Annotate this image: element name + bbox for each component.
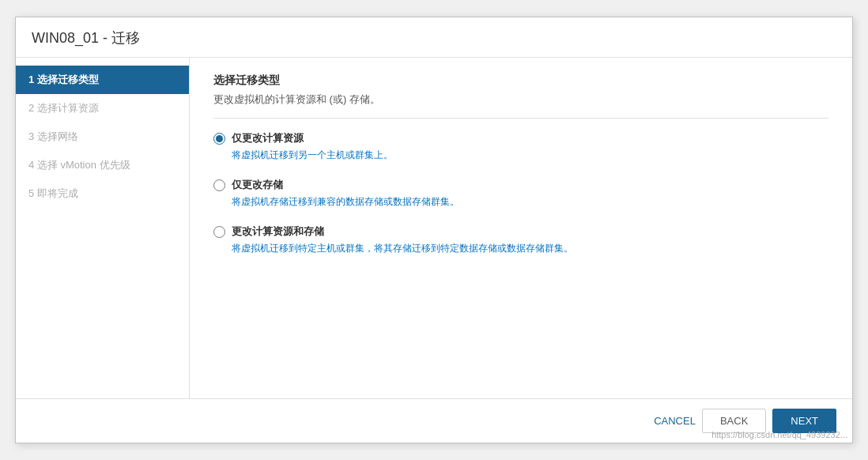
migration-type-radio-group: 仅更改计算资源 将虚拟机迁移到另一个主机或群集上。 仅更改存储 将虚拟机存储迁移… — [213, 131, 828, 255]
radio-both[interactable] — [213, 226, 225, 238]
section-desc: 更改虚拟机的计算资源和 (或) 存储。 — [213, 92, 828, 119]
radio-both-hint: 将虚拟机迁移到特定主机或群集，将其存储迁移到特定数据存储或数据存储群集。 — [232, 242, 828, 255]
radio-storage-only[interactable] — [213, 179, 225, 191]
sidebar-item-step4: 4 选择 vMotion 优先级 — [16, 151, 189, 179]
watermark: https://blog.csdn.net/qq_4939232... — [711, 430, 847, 439]
radio-compute-only-label: 仅更改计算资源 — [232, 131, 304, 145]
dialog-title: WIN08_01 - 迁移 — [16, 17, 852, 58]
radio-storage-only-hint: 将虚拟机存储迁移到兼容的数据存储或数据存储群集。 — [232, 195, 828, 209]
section-title: 选择迁移类型 — [213, 74, 828, 88]
radio-item-storage-only: 仅更改存储 将虚拟机存储迁移到兼容的数据存储或数据存储群集。 — [213, 178, 828, 209]
sidebar-item-step5: 5 即将完成 — [16, 179, 189, 208]
sidebar-item-step1[interactable]: 1 选择迁移类型 — [16, 66, 189, 94]
sidebar-item-step2: 2 选择计算资源 — [16, 94, 189, 123]
migration-dialog: WIN08_01 - 迁移 1 选择迁移类型 2 选择计算资源 3 选择网络 4… — [15, 17, 853, 443]
sidebar-item-step3: 3 选择网络 — [16, 123, 189, 151]
radio-storage-only-label: 仅更改存储 — [232, 178, 283, 192]
main-content: 选择迁移类型 更改虚拟机的计算资源和 (或) 存储。 仅更改计算资源 将虚拟机迁… — [190, 58, 852, 398]
radio-compute-only-hint: 将虚拟机迁移到另一个主机或群集上。 — [232, 149, 828, 162]
radio-both-label: 更改计算资源和存储 — [232, 224, 324, 239]
cancel-button[interactable]: CANCEL — [654, 415, 696, 427]
dialog-body: 1 选择迁移类型 2 选择计算资源 3 选择网络 4 选择 vMotion 优先… — [16, 58, 852, 398]
radio-item-both: 更改计算资源和存储 将虚拟机迁移到特定主机或群集，将其存储迁移到特定数据存储或数… — [213, 224, 828, 255]
radio-compute-only[interactable] — [213, 133, 225, 145]
radio-item-compute-only: 仅更改计算资源 将虚拟机迁移到另一个主机或群集上。 — [213, 131, 828, 162]
sidebar: 1 选择迁移类型 2 选择计算资源 3 选择网络 4 选择 vMotion 优先… — [16, 58, 190, 398]
